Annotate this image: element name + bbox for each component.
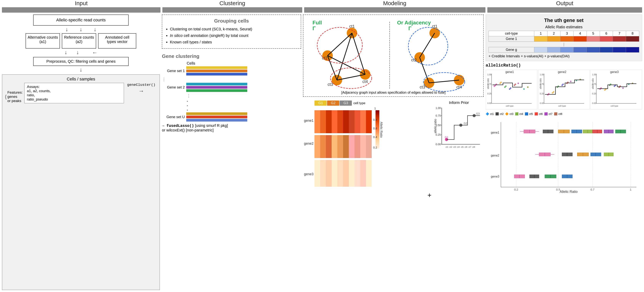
arrow-row-2: ↓ ↓ ← [28,50,134,56]
svg-text:ct3: ct3 [420,85,425,89]
arrow2-left: ↓ [64,50,67,56]
scatter-gene1: gene1 allelic ratio cell type 0.00 0.25 … [486,70,537,109]
g3-label: G3 [340,100,352,106]
columns-row: Allelic-specific read counts ↓ ↓ ↓ Alter… [0,13,644,292]
arrow2-mid: ↓ [76,50,79,56]
clustering-bar [162,7,302,13]
output-label: Output [487,0,642,7]
stripe-u-1 [186,112,247,115]
svg-text:gene3: gene3 [304,172,314,176]
svg-rect-53 [360,110,366,133]
grouping-item-3: Known cell types / states [170,39,298,45]
svg-text:gene2: gene2 [491,154,499,157]
gene-g-label: Gene g [488,47,534,53]
modeling-column: Full Γ Or Adjacency Γ ct1 ct2 ct3 [303,15,484,290]
annotated-box: Annotated cell types vector [98,33,136,49]
dots-2: ⋮ [162,93,301,98]
output-bar [487,7,642,13]
column-headers: Input Clustering Modeling Output [0,0,644,13]
legend-row: 🔷 ct1 ⬛ ct2 🔶 ct3 🟩 ct4 🟦 ct5 🟥 ct6 🟪 ct… [486,111,642,116]
svg-text:G1: G1 [445,136,448,139]
svg-point-123 [515,83,516,85]
svg-rect-50 [343,110,349,133]
svg-rect-54 [366,110,372,133]
input-column: Allelic-specific read counts ↓ ↓ ↓ Alter… [2,15,160,290]
cells-title: Cells / samples [5,77,157,82]
cells-inner: { Features:genesor peaks Assays:a1, a2, … [5,83,157,103]
clustering-column: Grouping cells Clustering on total count… [162,15,301,290]
graph-svg: Full Γ Or Adjacency Γ ct1 ct2 ct3 [306,18,480,93]
assays-box: Assays:a1, a2, counts,ratio,ratio_pseudo [24,83,124,103]
svg-rect-62 [349,135,354,158]
scatter-plots-row: gene1 allelic ratio cell type 0.00 0.25 … [486,70,642,109]
fused-lasso-note: → fusedLasso() [using smurf R pkg] or wi… [162,123,301,132]
g2-label: G2 [327,100,339,106]
gene-set-2-row: Gene set 2 [162,83,301,92]
svg-text:ct7: ct7 [468,146,471,148]
svg-rect-63 [354,135,360,158]
col-6: 6 [600,31,613,36]
svg-text:G2: G2 [464,122,467,125]
svg-text:0.25: 0.25 [487,92,491,95]
svg-rect-59 [332,135,337,158]
preprocess-text: Preprocess, QC: filtering cells and gene… [46,59,116,63]
svg-text:gene2: gene2 [558,70,566,74]
stripe-2-2 [186,86,247,89]
heatmap-section: G1 G2 G3 cell type gene1 gene2 gene3 [303,100,484,290]
svg-text:ct5: ct5 [461,146,464,148]
svg-text:1.00: 1.00 [487,73,491,76]
svg-text:Allelic Ratio: Allelic Ratio [380,122,383,138]
svg-point-143 [562,83,564,85]
svg-text:0.00: 0.00 [592,102,596,104]
svg-rect-65 [366,135,372,158]
svg-text:ct3: ct3 [453,146,456,148]
cells-header: Cells [186,61,301,66]
svg-text:1.00: 1.00 [592,73,596,76]
gene-cluster-func: geneCluster() [127,83,155,87]
svg-rect-45 [314,110,320,133]
svg-text:0.25: 0.25 [592,92,596,95]
svg-text:gene3: gene3 [491,175,499,178]
svg-rect-68 [320,160,326,187]
col-5: 5 [586,31,600,36]
svg-point-126 [527,86,528,88]
ggc1 [534,47,548,53]
graph-box: Full Γ Or Adjacency Γ ct1 ct2 ct3 [303,15,484,97]
arrow-down-left: ↓ [66,27,68,32]
grouping-cells-box: Grouping cells Clustering on total count… [162,15,301,49]
svg-point-121 [510,87,512,89]
svg-rect-47 [326,110,332,133]
stripe-2-3 [186,89,247,92]
ref-counts-text: Reference counts (a2) [64,35,94,44]
arrow-right: → [138,88,144,94]
gene-set-u-stripes [186,112,247,121]
input-bar [2,7,160,13]
svg-text:0.75: 0.75 [487,83,491,85]
ggc2 [547,47,560,53]
uth-gene-set-box: The uth gene set Allelic Ratio estimates… [486,15,642,61]
boxplot-area: Allelic Ratio 0.2 0.5 0.7 1 gene1 gene2 … [486,118,642,290]
svg-point-20 [430,28,440,38]
arrow-down-right: ↓ [94,27,96,32]
svg-text:ct8: ct8 [472,146,475,148]
svg-text:0.00: 0.00 [540,102,544,104]
gene-clustering-title: Gene clustering [162,53,301,59]
gene-set-1-row: Gene set 1 [162,66,301,75]
modeling-label: Modeling [304,0,486,7]
features-text: Features:genesor peaks [8,90,23,103]
svg-text:ct2: ct2 [411,58,417,62]
col-1: 1 [534,31,548,36]
svg-text:0.5: 0.5 [556,188,560,191]
open-brace: { [5,94,7,100]
g1c8 [626,36,639,42]
svg-rect-52 [354,110,360,133]
dots-1: ⋮ [162,77,301,82]
svg-rect-57 [320,135,326,158]
svg-text:0.6: 0.6 [373,127,377,130]
svg-text:0.25: 0.25 [540,92,544,95]
cells-samples-box: Cells / samples { Features:genesor peaks… [2,74,160,290]
scatter-svg-2: gene2 allelic ratio cell type 0.00 0.25 … [538,70,586,108]
gene-set-2-stripes [186,83,247,92]
svg-rect-69 [326,160,332,187]
input-label: Input [2,0,160,7]
